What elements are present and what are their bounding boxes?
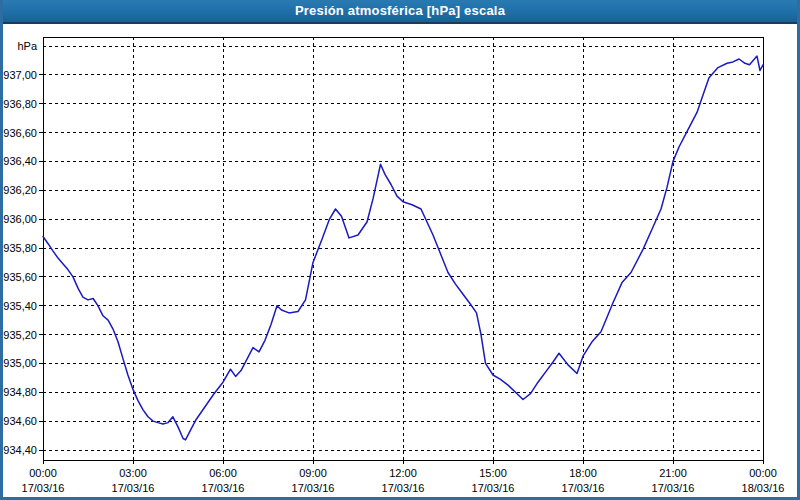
y-tick-label: 934,80 <box>3 386 37 398</box>
x-tick-date: 17/03/16 <box>472 482 515 494</box>
y-tick-label: 935,60 <box>3 271 37 283</box>
x-tick-date: 17/03/16 <box>112 482 155 494</box>
chart-window: Presión atmosférica [hPa] escala 00:0017… <box>0 0 800 500</box>
chart-area: 00:0017/03/1603:0017/03/1606:0017/03/160… <box>3 24 797 497</box>
y-tick-label: 936,40 <box>3 155 37 167</box>
x-tick-time: 09:00 <box>299 467 327 479</box>
axis-ticks <box>39 75 763 464</box>
y-axis-unit-label: hPa <box>17 40 37 52</box>
window-title: Presión atmosférica [hPa] escala <box>295 3 505 18</box>
y-tick-label: 935,40 <box>3 300 37 312</box>
y-tick-label: 935,80 <box>3 242 37 254</box>
y-tick-label: 936,00 <box>3 213 37 225</box>
y-tick-label: 936,80 <box>3 98 37 110</box>
x-tick-time: 00:00 <box>749 467 777 479</box>
x-tick-time: 21:00 <box>659 467 687 479</box>
y-tick-label: 936,60 <box>3 127 37 139</box>
y-tick-label: 934,40 <box>3 444 37 456</box>
grid-lines <box>43 37 763 460</box>
x-tick-time: 15:00 <box>479 467 507 479</box>
title-bar[interactable]: Presión atmosférica [hPa] escala <box>3 0 797 24</box>
x-tick-date: 17/03/16 <box>652 482 695 494</box>
x-tick-time: 12:00 <box>389 467 417 479</box>
axis-labels: 00:0017/03/1603:0017/03/1606:0017/03/160… <box>3 40 784 494</box>
x-tick-date: 17/03/16 <box>562 482 605 494</box>
x-tick-date: 17/03/16 <box>292 482 335 494</box>
x-tick-date: 17/03/16 <box>202 482 245 494</box>
y-tick-label: 935,20 <box>3 329 37 341</box>
y-tick-label: 935,00 <box>3 357 37 369</box>
x-tick-time: 03:00 <box>119 467 147 479</box>
pressure-chart[interactable]: 00:0017/03/1603:0017/03/1606:0017/03/160… <box>3 24 797 497</box>
x-tick-time: 00:00 <box>29 467 57 479</box>
x-tick-time: 18:00 <box>569 467 597 479</box>
x-tick-date: 17/03/16 <box>382 482 425 494</box>
y-tick-label: 937,00 <box>3 69 37 81</box>
y-tick-label: 936,20 <box>3 184 37 196</box>
x-tick-time: 06:00 <box>209 467 237 479</box>
y-tick-label: 934,60 <box>3 415 37 427</box>
x-tick-date: 18/03/16 <box>742 482 785 494</box>
x-tick-date: 17/03/16 <box>22 482 65 494</box>
